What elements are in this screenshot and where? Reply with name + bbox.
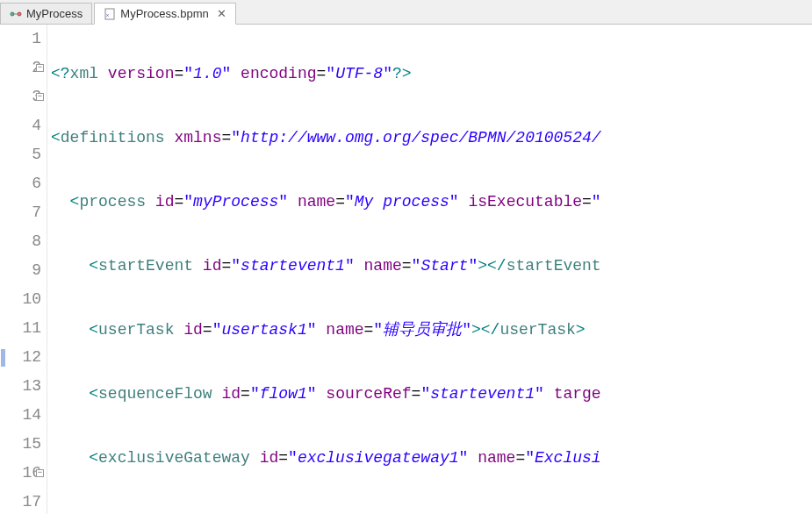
fold-toggle-icon[interactable]: −: [36, 469, 44, 477]
svg-point-0: [11, 12, 14, 16]
tab-myprocess-bpmn[interactable]: x MyProcess.bpmn ✕: [94, 3, 235, 25]
xml-file-icon: x: [104, 8, 116, 20]
line-number: 16−: [5, 459, 41, 488]
line-number: 4: [5, 111, 41, 140]
line-number: 17: [5, 488, 41, 514]
tab-bar: MyProcess x MyProcess.bpmn ✕: [0, 0, 812, 25]
line-number: 7: [5, 198, 41, 227]
fold-toggle-icon[interactable]: −: [36, 93, 44, 101]
code-line[interactable]: <process id="myProcess" name="My process…: [51, 188, 812, 217]
code-line[interactable]: <?xml version="1.0" encoding="UTF-8"?>: [51, 60, 812, 89]
line-number: 15: [5, 430, 41, 459]
code-area[interactable]: <?xml version="1.0" encoding="UTF-8"?> <…: [47, 25, 812, 514]
svg-text:x: x: [106, 12, 109, 18]
code-line[interactable]: <startEvent id="startevent1" name="Start…: [51, 252, 812, 281]
fold-toggle-icon[interactable]: −: [36, 64, 44, 72]
line-number: 11: [5, 314, 41, 343]
line-number: 2−: [5, 54, 41, 82]
change-marker-icon: [1, 349, 5, 367]
line-number: 12: [5, 343, 41, 372]
line-number: 9: [5, 256, 41, 285]
line-number: 1: [5, 25, 41, 54]
code-line[interactable]: <definitions xmlns="http://www.omg.org/s…: [51, 124, 812, 153]
line-number: 5: [5, 140, 41, 169]
svg-point-1: [18, 12, 21, 16]
diagram-icon: [10, 8, 22, 20]
line-number: 13: [5, 372, 41, 401]
line-number: 8: [5, 227, 41, 256]
line-number: 10: [5, 285, 41, 314]
close-icon[interactable]: ✕: [217, 7, 226, 20]
code-line[interactable]: <sequenceFlow id="flow2" sourceRef="user…: [51, 508, 812, 514]
tab-myprocess-diagram[interactable]: MyProcess: [0, 3, 92, 24]
line-number-gutter: 1 2− 3− 4 5 6 7 8 9 10 11 12 13 14 15 16…: [5, 25, 47, 514]
line-number: 6: [5, 169, 41, 198]
code-editor[interactable]: 1 2− 3− 4 5 6 7 8 9 10 11 12 13 14 15 16…: [0, 25, 812, 514]
tab-label: MyProcess: [26, 7, 83, 20]
line-number: 3−: [5, 82, 41, 111]
line-number: 14: [5, 401, 41, 430]
code-line[interactable]: <userTask id="usertask1" name="辅导员审批"></…: [51, 316, 812, 345]
tab-label: MyProcess.bpmn: [120, 7, 208, 20]
code-line[interactable]: <sequenceFlow id="flow1" sourceRef="star…: [51, 380, 812, 409]
code-line[interactable]: <exclusiveGateway id="exclusivegateway1"…: [51, 444, 812, 473]
